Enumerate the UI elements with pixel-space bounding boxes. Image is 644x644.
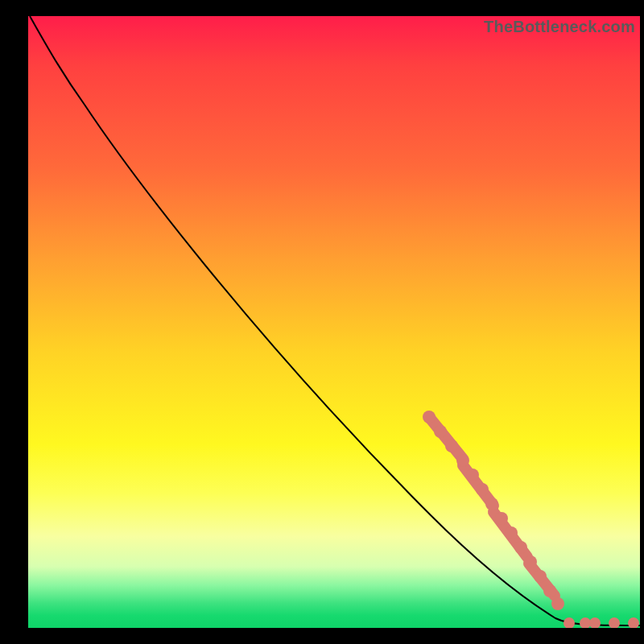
data-dot <box>551 597 564 610</box>
main-curve <box>30 16 640 625</box>
highlight-segment-1 <box>429 417 463 459</box>
data-dot <box>456 454 469 467</box>
bottom-dot <box>628 617 639 628</box>
bottom-dot <box>564 617 575 628</box>
data-dot <box>466 469 479 481</box>
data-dot <box>514 541 527 554</box>
data-dot <box>485 497 498 510</box>
data-dot <box>524 555 537 568</box>
chart-overlay <box>28 16 640 628</box>
bottom-dot <box>580 617 591 628</box>
chart-frame: TheBottleneck.com <box>0 0 644 644</box>
data-dot <box>445 440 458 452</box>
bottom-dot <box>609 617 620 628</box>
plot-area: TheBottleneck.com <box>28 16 640 628</box>
bottom-dot <box>589 617 601 628</box>
data-dot <box>495 512 508 525</box>
data-dot <box>543 584 556 597</box>
data-dot <box>423 411 436 423</box>
data-dot <box>534 570 547 583</box>
data-dot <box>476 483 489 496</box>
data-dot <box>434 425 447 438</box>
data-dot <box>505 526 518 539</box>
